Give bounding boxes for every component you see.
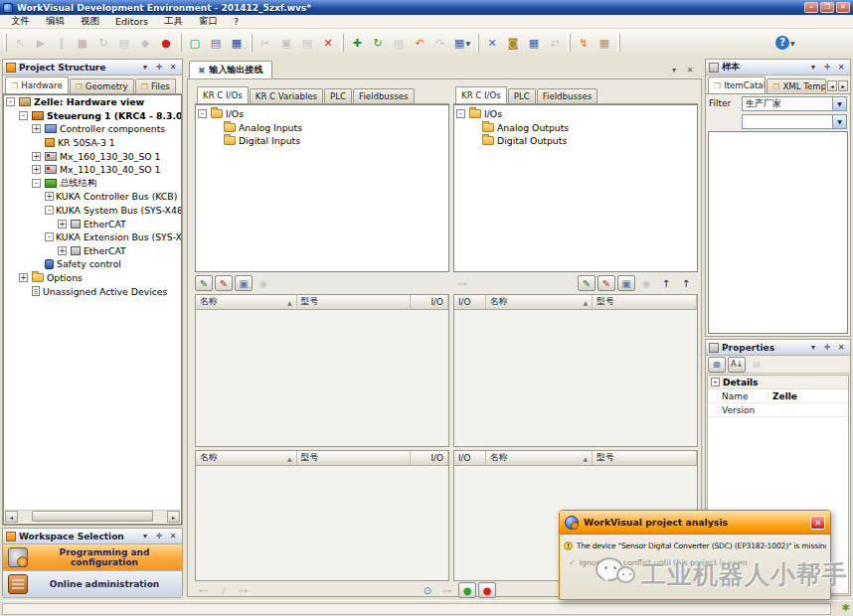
maximize-button[interactable]: ❐ [820, 2, 834, 13]
collapse-icon[interactable]: - [45, 206, 54, 215]
tab-plc[interactable]: PLC [324, 88, 352, 103]
tab-files[interactable]: ❒Files [135, 78, 176, 93]
secondary-filter-select[interactable]: ▼ [742, 114, 847, 129]
collapse-icon[interactable]: - [32, 179, 41, 188]
debug-icon[interactable]: ◆ [135, 33, 155, 53]
workspace-item[interactable]: Programming and configuration [3, 544, 182, 571]
editor-menu-icon[interactable]: ▾ [668, 66, 680, 75]
alphabetical-sort-icon[interactable]: A↓ [728, 357, 746, 373]
print-icon[interactable]: ▤ [389, 33, 409, 53]
menu-dropdown-icon[interactable]: ▾ [807, 62, 819, 74]
menu-dropdown-icon[interactable]: ▾ [807, 342, 819, 354]
tree-item[interactable]: Safety control [4, 257, 181, 271]
copy-icon[interactable]: ▣ [276, 33, 296, 53]
tree-item[interactable]: +EtherCAT [4, 217, 181, 231]
close-view-icon[interactable]: ✕ [482, 33, 502, 53]
scroll-left-icon[interactable]: ◂ [5, 511, 18, 523]
tree-item[interactable]: +Controller components [4, 122, 181, 136]
tree-item[interactable]: -Steuerung 1 (KRC4 - 8.3.0) : Acti [4, 109, 181, 123]
expand-icon[interactable]: + [45, 192, 54, 201]
run-icon[interactable]: ▶ [31, 33, 51, 53]
tree-item[interactable]: -Zelle: Hardware view [4, 95, 181, 109]
paste-icon[interactable]: ▤ [297, 33, 317, 53]
pin-up-icon[interactable]: ↑ [677, 275, 695, 291]
properties-group-row[interactable]: - Details [708, 376, 848, 389]
chevron-down-icon[interactable]: ▼ [832, 115, 846, 128]
auto-connect-icon[interactable]: ▣ [617, 275, 635, 291]
monitor-icon[interactable]: ▤ [114, 33, 134, 53]
expand-icon[interactable]: + [58, 220, 67, 229]
tree-item[interactable]: Unassigned Active Devices [4, 284, 181, 298]
close-icon[interactable]: ✕ [167, 62, 179, 74]
scroll-right-icon[interactable]: ▸ [167, 511, 180, 523]
tree-item[interactable]: +Mx_110_130_40_SO 1 [4, 163, 181, 177]
online-state-green-icon[interactable]: ● [458, 582, 476, 598]
column-header-0[interactable]: 名称▲ [196, 451, 297, 465]
table-body[interactable] [196, 310, 448, 446]
ignore-option-link[interactable]: ✓ Ignore this conflict until this projec… [569, 558, 826, 567]
offline-state-red-icon[interactable]: ● [478, 582, 496, 598]
new-project-icon[interactable]: ▢ [185, 33, 205, 53]
expand-icon[interactable]: + [32, 165, 41, 174]
pin-icon[interactable]: ✛ [821, 342, 833, 354]
toolbar-grip[interactable] [617, 34, 620, 52]
menu-item[interactable]: 编辑 [38, 15, 73, 28]
pin-up-icon[interactable]: ↑ [657, 275, 675, 291]
view-columns-icon[interactable]: ▦▼ [451, 33, 473, 53]
auto-connect-icon[interactable]: ▣ [235, 275, 253, 291]
column-header-1[interactable]: 名称▲ [486, 295, 593, 309]
property-row[interactable]: Version [708, 403, 848, 417]
tree-item[interactable]: - I/Os [454, 107, 697, 121]
property-row[interactable]: Name Zelle [708, 389, 848, 403]
column-header-1[interactable]: 型号 [297, 295, 411, 309]
column-header-0[interactable]: I/O [454, 451, 486, 465]
lock-icon[interactable]: ◙ [503, 33, 523, 53]
close-button[interactable]: ✕ [836, 2, 850, 13]
unplug-icon[interactable]: ⊶ [438, 582, 456, 598]
refresh-icon[interactable]: ↻ [368, 33, 388, 53]
column-header-2[interactable]: I/O [411, 451, 448, 465]
tree-item[interactable]: +KUKA Controller Bus (KCB) [4, 190, 181, 204]
toolbar-grip[interactable] [341, 34, 344, 52]
tree-item[interactable]: KR 50SA-3 1 [4, 136, 181, 150]
signal-icon[interactable]: ◉ [637, 275, 655, 291]
expand-icon[interactable]: + [32, 152, 41, 161]
editor-close-icon[interactable]: ✕ [684, 66, 696, 75]
toolbar-grip[interactable] [250, 34, 253, 52]
tab-geometry[interactable]: ❒Geometry [70, 78, 134, 93]
sync-icon[interactable]: ⇄ [545, 33, 565, 53]
collapse-icon[interactable]: - [198, 109, 207, 118]
manufacturer-filter-select[interactable]: 生产厂家 ▼ [742, 96, 847, 111]
add-icon[interactable]: ✚ [347, 33, 367, 53]
close-icon[interactable]: ✕ [835, 342, 847, 354]
pin-icon[interactable]: ✛ [153, 62, 165, 74]
menu-item[interactable]: 视图 [73, 15, 107, 28]
unplug-icon[interactable]: ⊶ [235, 582, 253, 598]
table-body[interactable] [454, 310, 697, 446]
select-icon[interactable]: ↖ [10, 33, 30, 53]
menu-item[interactable]: 窗口 [191, 15, 226, 28]
pin-icon[interactable]: ✛ [821, 62, 833, 74]
catalog-list[interactable] [708, 131, 848, 334]
column-header-1[interactable]: 型号 [297, 451, 411, 465]
column-header-2[interactable]: 型号 [593, 295, 697, 309]
menu-item[interactable]: Editors [107, 16, 156, 27]
help-icon[interactable]: ?▼ [772, 33, 798, 53]
tree-item[interactable]: Digital Outputs [454, 134, 697, 148]
tab-fieldbusses[interactable]: Fieldbusses [537, 88, 597, 103]
tab-hardware[interactable]: ❒Hardware [5, 77, 69, 93]
column-header-2[interactable]: I/O [411, 295, 448, 309]
signal-icon[interactable]: ◉ [255, 275, 272, 291]
tree-item[interactable]: Analog Inputs [196, 121, 448, 135]
categorized-icon[interactable]: ▦ [708, 357, 726, 373]
tree-item[interactable]: -KUKA System Bus (SYS-X48) [4, 204, 181, 218]
column-header-0[interactable]: I/O [454, 295, 486, 309]
expand-icon[interactable]: + [19, 273, 28, 282]
tree-item[interactable]: Analog Outputs [454, 121, 697, 135]
collapse-icon[interactable]: - [456, 109, 465, 118]
tab-plc[interactable]: PLC [508, 88, 536, 103]
toolbar-grip[interactable] [476, 34, 479, 52]
tree-item[interactable]: +EtherCAT [4, 244, 181, 258]
deploy-icon[interactable]: ↯ [574, 33, 594, 53]
archive-icon[interactable]: ▦ [595, 33, 614, 53]
